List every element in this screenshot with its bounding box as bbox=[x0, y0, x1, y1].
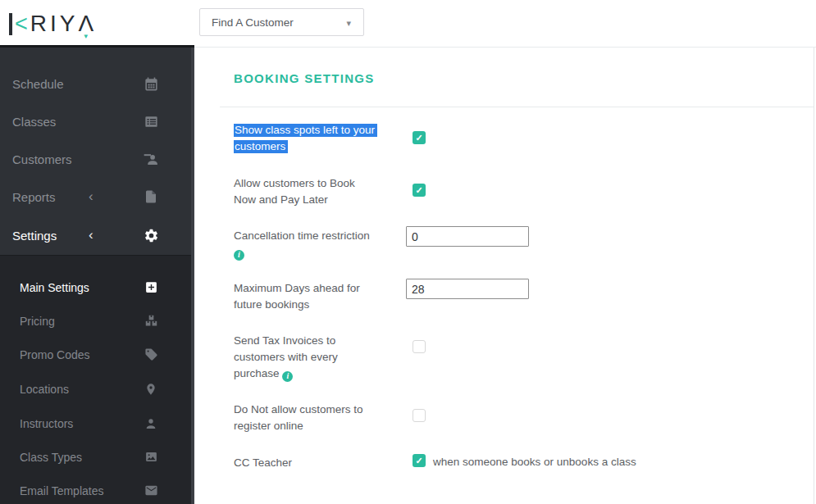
book-now-pay-later-checkbox[interactable]: ✓ bbox=[413, 184, 426, 197]
store-icon bbox=[144, 314, 158, 329]
sidebar-item-classes[interactable]: Classes bbox=[0, 102, 191, 140]
setting-row-send-tax-invoices: Send Tax Invoices to customers with ever… bbox=[234, 333, 800, 382]
top-header: < RIY Λ ▼ Find A Customer ▾ bbox=[0, 0, 816, 47]
dropdown-caret-icon: ▾ bbox=[346, 18, 351, 29]
info-icon[interactable]: i bbox=[282, 371, 293, 382]
person-icon bbox=[144, 416, 158, 431]
gear-icon bbox=[143, 227, 159, 243]
find-customer-label: Find A Customer bbox=[212, 16, 294, 29]
sidebar-subitem-class-types[interactable]: Class Types bbox=[0, 440, 191, 474]
setting-row-no-online-register: Do Not allow customers to register onlin… bbox=[234, 402, 800, 434]
setting-label: Do Not allow customers to register onlin… bbox=[234, 402, 402, 434]
app-window: < RIY Λ ▼ Find A Customer ▾ Schedule Cla… bbox=[0, 0, 816, 504]
show-class-spots-checkbox[interactable]: ✓ bbox=[413, 131, 426, 144]
content-right-border bbox=[814, 48, 814, 504]
list-icon bbox=[143, 113, 159, 129]
map-pin-icon bbox=[144, 382, 158, 397]
sidebar-settings-submenu: Main Settings Pricing Promo Codes Locati… bbox=[0, 255, 191, 504]
setting-row-cc-teacher: CC Teacher ✓ when someone books or unboo… bbox=[234, 455, 800, 471]
sidebar-item-customers[interactable]: Customers bbox=[0, 140, 191, 178]
setting-row-show-class-spots: Show class spots left to your customers … bbox=[234, 122, 800, 155]
check-icon: ✓ bbox=[415, 184, 422, 197]
kriya-logo[interactable]: < RIY Λ ▼ bbox=[9, 7, 93, 40]
add-box-icon bbox=[144, 280, 158, 295]
sidebar-subitem-instructors[interactable]: Instructors bbox=[0, 406, 191, 440]
sidebar-item-reports[interactable]: Reports ‹ bbox=[0, 178, 191, 216]
sidebar-subitem-email-templates[interactable]: Email Templates bbox=[0, 474, 191, 504]
send-tax-invoices-checkbox[interactable] bbox=[413, 340, 426, 353]
sidebar-main-section: Schedule Classes Customers Reports ‹ bbox=[0, 48, 191, 255]
cc-teacher-suffix: when someone books or unbooks a class bbox=[433, 456, 636, 468]
cancellation-time-input[interactable] bbox=[406, 226, 529, 247]
setting-row-max-days-ahead: Maximum Days ahead for future bookings bbox=[234, 280, 800, 313]
setting-label: CC Teacher bbox=[234, 455, 402, 471]
sidebar-item-schedule[interactable]: Schedule bbox=[0, 65, 191, 102]
no-online-register-checkbox[interactable] bbox=[413, 409, 426, 422]
sidebar-subitem-pricing[interactable]: Pricing bbox=[0, 304, 191, 338]
main-content bbox=[194, 48, 814, 504]
check-icon: ✓ bbox=[415, 454, 422, 467]
image-icon bbox=[144, 450, 158, 465]
report-icon bbox=[143, 188, 159, 205]
page-title: BOOKING SETTINGS bbox=[234, 71, 375, 85]
sidebar-subitem-main-settings[interactable]: Main Settings bbox=[0, 270, 191, 304]
calendar-icon bbox=[143, 75, 159, 92]
chevron-left-icon: ‹ bbox=[89, 227, 93, 243]
logo-k-stem bbox=[9, 13, 12, 35]
logo-last-letter: Λ ▼ bbox=[78, 11, 93, 36]
setting-row-cancellation-time: Cancellation time restriction i bbox=[234, 228, 800, 261]
chevron-left-icon: ‹ bbox=[89, 188, 93, 205]
setting-label: Send Tax Invoices to customers with ever… bbox=[234, 333, 402, 382]
find-customer-dropdown[interactable]: Find A Customer ▾ bbox=[199, 8, 364, 36]
sidebar: Schedule Classes Customers Reports ‹ bbox=[0, 45, 194, 504]
setting-label: Show class spots left to your customers bbox=[234, 122, 402, 155]
mail-icon bbox=[144, 484, 158, 498]
customer-icon bbox=[143, 151, 159, 167]
setting-row-book-now-pay-later: Allow customers to Book Now and Pay Late… bbox=[234, 175, 800, 208]
sidebar-subitem-promo-codes[interactable]: Promo Codes bbox=[0, 338, 191, 371]
max-days-ahead-input[interactable] bbox=[406, 279, 529, 299]
setting-label: Maximum Days ahead for future bookings bbox=[234, 280, 402, 313]
setting-label: Cancellation time restriction i bbox=[234, 228, 402, 261]
tag-icon bbox=[144, 347, 158, 362]
info-icon[interactable]: i bbox=[234, 250, 244, 261]
setting-label: Allow customers to Book Now and Pay Late… bbox=[234, 175, 402, 208]
logo-letters: RIY bbox=[30, 11, 79, 36]
title-divider bbox=[220, 107, 814, 107]
check-icon: ✓ bbox=[415, 131, 422, 144]
sidebar-subitem-locations[interactable]: Locations bbox=[0, 372, 191, 406]
logo-k-angle: < bbox=[15, 13, 28, 35]
sidebar-item-settings[interactable]: Settings ‹ bbox=[0, 216, 191, 254]
cc-teacher-checkbox[interactable]: ✓ bbox=[413, 454, 426, 467]
